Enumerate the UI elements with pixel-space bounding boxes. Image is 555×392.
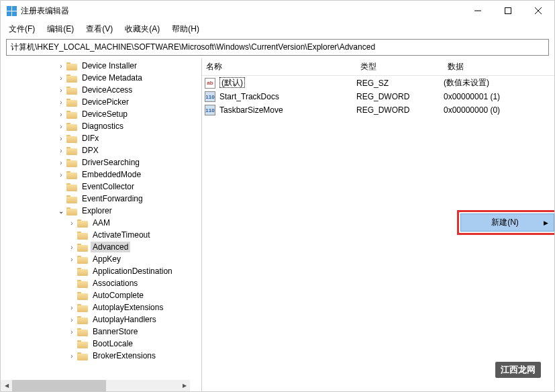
scroll-thumb[interactable] xyxy=(12,380,106,391)
tree-item[interactable]: EventCollector xyxy=(1,181,201,193)
tree-pane: ›Device Installer›Device Metadata›Device… xyxy=(1,58,202,391)
folder-icon xyxy=(66,158,77,167)
expand-arrow-icon[interactable]: › xyxy=(68,352,76,360)
tree-item[interactable]: ›EmbeddedMode xyxy=(1,168,201,181)
expand-arrow-icon[interactable]: › xyxy=(57,74,65,82)
tree-scrollbar-horizontal[interactable]: ◀ ▶ xyxy=(1,380,190,391)
folder-icon xyxy=(77,218,88,228)
menu-favorites[interactable]: 收藏夹(A) xyxy=(119,22,165,36)
folder-icon xyxy=(77,339,88,348)
list-row[interactable]: 110TaskbarSizeMoveREG_DWORD0x00000000 (0… xyxy=(202,103,554,117)
tree-item-label: DeviceSetup xyxy=(80,109,130,119)
folder-icon xyxy=(77,254,88,264)
list-pane: 名称 类型 数据 ab(默认)REG_SZ(数值未设置)110Start_Tra… xyxy=(202,58,554,391)
tree-item-label: AppKey xyxy=(91,254,123,264)
col-type-header[interactable]: 类型 xyxy=(356,58,444,75)
tree-item[interactable]: ›BrokerExtensions xyxy=(1,350,201,362)
tree-item-label: AAM xyxy=(91,217,112,228)
tree-item-label: EventForwarding xyxy=(80,193,145,204)
menu-file[interactable]: 文件(F) xyxy=(3,22,40,36)
tree-item[interactable]: ›Advanced xyxy=(1,241,201,253)
tree-item-label: Associations xyxy=(91,278,140,289)
tree-item[interactable]: ›AAM xyxy=(1,217,201,229)
tree-item[interactable]: ›Device Installer xyxy=(1,60,201,72)
expand-arrow-icon[interactable]: › xyxy=(68,255,76,263)
list-body[interactable]: ab(默认)REG_SZ(数值未设置)110Start_TrackDocsREG… xyxy=(202,76,554,117)
value-name: Start_TrackDocs xyxy=(218,92,356,101)
tree-item-label: Advanced xyxy=(91,242,130,252)
tree-item[interactable]: ›BannerStore xyxy=(1,326,201,338)
col-data-header[interactable]: 数据 xyxy=(444,58,554,75)
tree-item[interactable]: ›DPX xyxy=(1,144,201,156)
binary-value-icon: 110 xyxy=(205,91,215,102)
expand-arrow-icon[interactable]: › xyxy=(57,170,65,179)
tree-item[interactable]: ›AutoplayExtensions xyxy=(1,301,201,313)
folder-icon xyxy=(77,266,88,276)
col-name-header[interactable]: 名称 xyxy=(202,58,356,75)
list-row[interactable]: ab(默认)REG_SZ(数值未设置) xyxy=(202,76,554,90)
minimize-button[interactable] xyxy=(462,1,493,21)
tree-item[interactable]: ›DeviceAccess xyxy=(1,84,201,96)
tree-item-label: DeviceAccess xyxy=(80,85,134,95)
tree-item[interactable]: ›Diagnostics xyxy=(1,120,201,132)
scroll-right-icon[interactable]: ▶ xyxy=(179,380,190,391)
collapse-arrow-icon[interactable]: ⌄ xyxy=(57,207,65,215)
tree-item[interactable]: ApplicationDestination xyxy=(1,265,201,277)
menu-view[interactable]: 查看(V) xyxy=(81,22,118,36)
folder-icon xyxy=(66,170,77,179)
tree-item[interactable]: ›DeviceSetup xyxy=(1,108,201,120)
context-menu-new-item[interactable]: 新建(N) ▶ xyxy=(460,213,554,232)
tree-item[interactable]: ›DriverSearching xyxy=(1,156,201,168)
menu-help[interactable]: 帮助(H) xyxy=(166,22,205,36)
chevron-right-icon: ▶ xyxy=(544,219,548,226)
expand-arrow-icon[interactable]: › xyxy=(57,62,65,70)
expand-arrow-icon[interactable]: › xyxy=(57,122,65,130)
tree-item[interactable]: ›AutoplayHandlers xyxy=(1,313,201,326)
expand-arrow-icon[interactable]: › xyxy=(68,243,76,251)
expand-arrow-icon[interactable]: › xyxy=(57,86,65,94)
tree-item[interactable]: ⌄Explorer xyxy=(1,205,201,217)
folder-icon xyxy=(66,97,77,107)
expand-arrow-icon[interactable]: › xyxy=(68,303,76,311)
address-bar[interactable]: 计算机\HKEY_LOCAL_MACHINE\SOFTWARE\Microsof… xyxy=(6,39,549,56)
titlebar: 注册表编辑器 xyxy=(1,1,554,21)
window-title: 注册表编辑器 xyxy=(21,5,462,17)
expand-arrow-icon[interactable]: › xyxy=(57,110,65,118)
expand-arrow-icon xyxy=(68,267,76,275)
menubar: 文件(F) 编辑(E) 查看(V) 收藏夹(A) 帮助(H) xyxy=(1,21,554,38)
expand-arrow-icon[interactable]: › xyxy=(68,219,76,227)
tree-item[interactable]: ActivateTimeout xyxy=(1,229,201,241)
tree-item[interactable]: ›AppKey xyxy=(1,253,201,265)
tree-item[interactable]: EventForwarding xyxy=(1,193,201,205)
tree-item-label: BannerStore xyxy=(91,326,140,337)
tree-item[interactable]: ›DevicePicker xyxy=(1,96,201,108)
maximize-button[interactable] xyxy=(493,1,523,21)
tree-item[interactable]: Associations xyxy=(1,277,201,289)
expand-arrow-icon[interactable]: › xyxy=(68,328,76,336)
list-row[interactable]: 110Start_TrackDocsREG_DWORD0x00000001 (1… xyxy=(202,90,554,103)
expand-arrow-icon[interactable]: › xyxy=(57,146,65,154)
folder-icon xyxy=(66,146,77,155)
menu-edit[interactable]: 编辑(E) xyxy=(42,22,79,36)
expand-arrow-icon[interactable]: › xyxy=(57,134,65,142)
tree-item-label: DevicePicker xyxy=(80,97,131,107)
folder-icon xyxy=(66,109,77,119)
registry-tree[interactable]: ›Device Installer›Device Metadata›Device… xyxy=(1,58,201,380)
tree-item-label: AutoComplete xyxy=(91,290,146,301)
folder-icon xyxy=(66,85,77,95)
close-button[interactable] xyxy=(523,1,553,21)
expand-arrow-icon[interactable]: › xyxy=(57,98,65,106)
tree-item[interactable]: BootLocale xyxy=(1,338,201,350)
tree-item-label: DPX xyxy=(80,145,101,156)
folder-icon xyxy=(66,194,77,203)
tree-item[interactable]: AutoComplete xyxy=(1,289,201,301)
tree-item-label: AutoplayHandlers xyxy=(91,314,158,325)
scroll-left-icon[interactable]: ◀ xyxy=(1,380,12,391)
expand-arrow-icon[interactable]: › xyxy=(68,315,76,324)
tree-item[interactable]: ›DIFx xyxy=(1,132,201,144)
value-type: REG_DWORD xyxy=(356,105,444,115)
folder-icon xyxy=(66,121,77,131)
tree-item[interactable]: ›Device Metadata xyxy=(1,72,201,84)
expand-arrow-icon[interactable]: › xyxy=(57,158,65,166)
value-name: (默认) xyxy=(218,77,356,89)
